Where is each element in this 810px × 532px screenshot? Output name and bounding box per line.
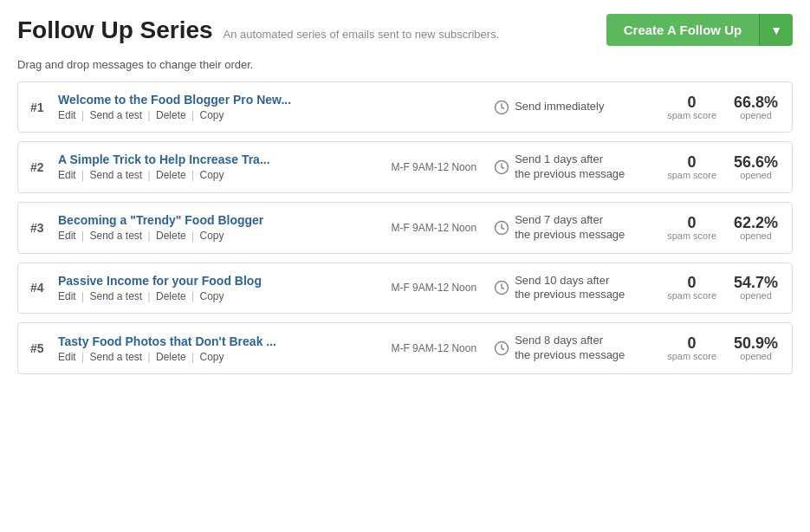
- spam-score-label: spam score: [667, 230, 716, 241]
- action-copy[interactable]: Copy: [199, 109, 224, 121]
- schedule-time: M-F 9AM-12 Noon: [391, 342, 476, 354]
- table-row: #1Welcome to the Food Blogger Pro New...…: [17, 81, 793, 133]
- spam-score-block: 0spam score: [667, 94, 716, 120]
- drag-drop-instruction: Drag and drop messages to change their o…: [17, 58, 793, 71]
- table-row: #5Tasty Food Photos that Don't Break ...…: [17, 322, 793, 374]
- send-text: Send 7 days after the previous message: [515, 213, 625, 243]
- row-send-info: Send 8 days after the previous message: [494, 334, 650, 363]
- row-send-info: Send 1 days after the previous message: [494, 152, 650, 182]
- clock-icon: [494, 159, 509, 175]
- action-delete[interactable]: Delete: [156, 351, 186, 363]
- row-actions: Edit | Send a test | Delete | Copy: [58, 109, 390, 121]
- opened-pct-value: 56.6%: [734, 154, 778, 170]
- action-edit[interactable]: Edit: [58, 169, 76, 181]
- opened-label: opened: [740, 170, 772, 180]
- action-send-a-test[interactable]: Send a test: [89, 109, 142, 121]
- message-title[interactable]: Welcome to the Food Blogger Pro New...: [58, 93, 390, 107]
- opened-block: 62.2%opened: [732, 215, 780, 241]
- opened-block: 50.9%opened: [732, 335, 780, 361]
- action-send-a-test[interactable]: Send a test: [89, 290, 142, 302]
- spam-score-block: 0spam score: [667, 335, 716, 361]
- message-title[interactable]: Tasty Food Photos that Don't Break ...: [58, 334, 390, 348]
- action-edit[interactable]: Edit: [58, 290, 76, 302]
- page-subtitle: An automated series of emails sent to ne…: [224, 28, 500, 41]
- row-schedule: M-F 9AM-12 Noon: [390, 342, 476, 354]
- row-main: Becoming a "Trendy" Food BloggerEdit | S…: [58, 213, 390, 242]
- spam-score-block: 0spam score: [667, 154, 716, 180]
- send-text: Send 10 days after the previous message: [515, 274, 625, 303]
- action-copy[interactable]: Copy: [199, 290, 224, 302]
- opened-label: opened: [740, 351, 772, 361]
- opened-pct-value: 62.2%: [734, 215, 778, 230]
- action-delete[interactable]: Delete: [156, 109, 186, 121]
- row-send-info: Send 10 days after the previous message: [494, 274, 650, 303]
- message-title[interactable]: A Simple Trick to Help Increase Tra...: [58, 152, 390, 166]
- row-stats: 0spam score62.2%opened: [667, 215, 780, 241]
- action-edit[interactable]: Edit: [58, 230, 76, 242]
- action-delete[interactable]: Delete: [156, 169, 186, 181]
- action-delete[interactable]: Delete: [156, 230, 186, 242]
- chevron-down-icon: ▼: [770, 23, 782, 37]
- spam-score-value: 0: [688, 94, 697, 110]
- create-followup-button[interactable]: Create A Follow Up: [606, 14, 759, 46]
- action-edit[interactable]: Edit: [58, 351, 76, 363]
- action-copy[interactable]: Copy: [199, 351, 224, 363]
- spam-score-label: spam score: [667, 351, 716, 361]
- spam-score-value: 0: [688, 154, 697, 170]
- row-stats: 0spam score50.9%opened: [667, 335, 780, 361]
- row-main: Passive Income for your Food BlogEdit | …: [58, 274, 390, 302]
- spam-score-label: spam score: [667, 290, 716, 301]
- opened-block: 66.8%opened: [732, 94, 780, 120]
- row-actions: Edit | Send a test | Delete | Copy: [58, 169, 390, 181]
- action-copy[interactable]: Copy: [199, 169, 224, 181]
- spam-score-label: spam score: [667, 110, 716, 120]
- create-button-group: Create A Follow Up ▼: [606, 14, 793, 46]
- action-send-a-test[interactable]: Send a test: [89, 351, 142, 363]
- row-send-info: Send 7 days after the previous message: [494, 213, 650, 243]
- row-schedule: M-F 9AM-12 Noon: [390, 282, 476, 294]
- spam-score-block: 0spam score: [667, 215, 716, 241]
- send-text: Send 1 days after the previous message: [515, 152, 625, 182]
- send-text: Send immediately: [515, 100, 604, 114]
- spam-score-block: 0spam score: [667, 275, 716, 301]
- opened-pct-value: 50.9%: [734, 335, 778, 351]
- opened-label: opened: [740, 230, 772, 241]
- row-schedule: M-F 9AM-12 Noon: [390, 222, 476, 234]
- row-stats: 0spam score54.7%opened: [667, 275, 780, 301]
- create-followup-dropdown-button[interactable]: ▼: [759, 14, 793, 46]
- opened-block: 56.6%opened: [732, 154, 780, 180]
- row-stats: 0spam score66.8%opened: [667, 94, 780, 120]
- message-title[interactable]: Becoming a "Trendy" Food Blogger: [58, 213, 390, 227]
- row-actions: Edit | Send a test | Delete | Copy: [58, 290, 390, 302]
- row-number: #2: [30, 160, 58, 174]
- clock-icon: [494, 100, 509, 115]
- schedule-time: M-F 9AM-12 Noon: [391, 222, 476, 234]
- messages-list: #1Welcome to the Food Blogger Pro New...…: [17, 81, 793, 374]
- row-main: A Simple Trick to Help Increase Tra...Ed…: [58, 152, 390, 181]
- action-edit[interactable]: Edit: [58, 109, 76, 121]
- table-row: #4Passive Income for your Food BlogEdit …: [17, 263, 793, 315]
- action-send-a-test[interactable]: Send a test: [89, 169, 142, 181]
- opened-label: opened: [740, 110, 772, 120]
- action-copy[interactable]: Copy: [199, 230, 224, 242]
- row-main: Welcome to the Food Blogger Pro New...Ed…: [58, 93, 390, 121]
- row-stats: 0spam score56.6%opened: [667, 154, 780, 180]
- clock-icon: [494, 220, 509, 236]
- action-send-a-test[interactable]: Send a test: [89, 230, 142, 242]
- spam-score-value: 0: [688, 335, 697, 351]
- opened-pct-value: 54.7%: [734, 275, 778, 290]
- header-left: Follow Up Series An automated series of …: [17, 16, 499, 44]
- table-row: #3Becoming a "Trendy" Food BloggerEdit |…: [17, 202, 793, 254]
- row-actions: Edit | Send a test | Delete | Copy: [58, 351, 390, 363]
- row-number: #4: [30, 281, 58, 295]
- opened-block: 54.7%opened: [732, 275, 780, 301]
- schedule-time: M-F 9AM-12 Noon: [391, 282, 476, 294]
- row-number: #5: [30, 341, 58, 355]
- action-delete[interactable]: Delete: [156, 290, 186, 302]
- row-number: #3: [30, 221, 58, 235]
- page-header: Follow Up Series An automated series of …: [17, 14, 793, 46]
- row-send-info: Send immediately: [494, 100, 650, 115]
- row-actions: Edit | Send a test | Delete | Copy: [58, 230, 390, 242]
- schedule-time: M-F 9AM-12 Noon: [391, 161, 476, 173]
- message-title[interactable]: Passive Income for your Food Blog: [58, 274, 390, 288]
